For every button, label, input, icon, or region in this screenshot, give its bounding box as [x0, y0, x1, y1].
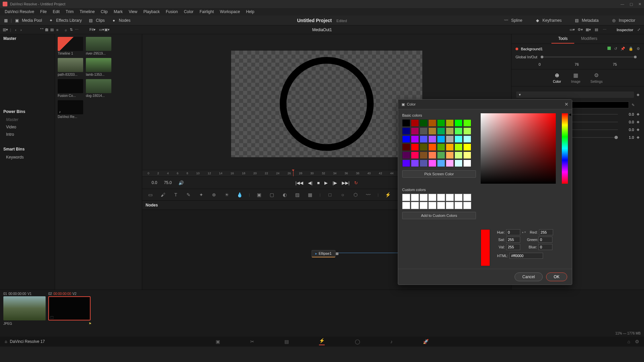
menu-item[interactable]: Edit	[50, 9, 62, 15]
basic-swatch[interactable]	[402, 119, 410, 127]
menu-item[interactable]: Trim	[63, 9, 76, 15]
custom-swatch[interactable]	[420, 202, 428, 209]
bin-item[interactable]: Video	[6, 123, 55, 131]
basic-swatch[interactable]	[428, 143, 436, 151]
basic-swatch[interactable]	[463, 143, 471, 151]
basic-swatch[interactable]	[428, 160, 436, 167]
filter-icon[interactable]: ⋯	[74, 27, 79, 33]
lock-icon[interactable]: 🔒	[629, 47, 633, 51]
basic-swatch[interactable]	[411, 119, 419, 127]
fx-shape-rect-icon[interactable]: □	[327, 191, 333, 198]
menu-item[interactable]: Help	[243, 9, 257, 15]
bin-item[interactable]: Intro	[6, 131, 55, 138]
basic-swatch[interactable]	[463, 152, 471, 159]
inspector-icon[interactable]: ◎	[611, 17, 617, 23]
opt-d-icon[interactable]: ▤	[594, 27, 599, 33]
pick-screen-color-button[interactable]: Pick Screen Color	[402, 170, 476, 178]
tab-modifiers[interactable]: Modifiers	[574, 34, 604, 44]
effects-button[interactable]: Effects Library	[56, 18, 82, 23]
first-frame-icon[interactable]: |◀◀	[296, 180, 303, 185]
basic-swatch[interactable]	[454, 135, 463, 143]
hue-input[interactable]	[506, 229, 520, 235]
basic-swatch[interactable]	[437, 127, 445, 135]
basic-swatch[interactable]	[420, 119, 428, 127]
custom-swatch[interactable]	[428, 202, 436, 209]
basic-swatch[interactable]	[446, 119, 454, 127]
fx-tracker-icon[interactable]: ⊕	[211, 191, 217, 198]
project-settings-icon[interactable]: ⚙	[635, 339, 639, 344]
project-manager-icon[interactable]: ⌂	[628, 339, 630, 344]
expand-icon[interactable]: ⤢	[636, 27, 641, 33]
basic-swatch[interactable]	[446, 127, 454, 135]
basic-swatch[interactable]	[454, 127, 463, 135]
menu-item[interactable]: Workspace	[217, 9, 243, 15]
menu-item[interactable]: Mark	[111, 9, 125, 15]
basic-swatch[interactable]	[463, 119, 471, 127]
media-thumb[interactable]: Fusion Co...	[58, 79, 83, 98]
grid2-icon[interactable]: ▤	[49, 27, 55, 33]
opt-a-icon[interactable]: ▭▾	[570, 27, 575, 33]
fusion-page-icon[interactable]: ⚡	[319, 338, 325, 345]
basic-swatch[interactable]	[402, 127, 410, 135]
custom-swatch[interactable]	[454, 194, 463, 201]
basic-swatch[interactable]	[420, 143, 428, 151]
basic-swatch[interactable]	[446, 160, 454, 167]
basic-swatch[interactable]	[437, 119, 445, 127]
fx-channel-icon[interactable]: ▦	[307, 191, 314, 198]
fx-brush-icon[interactable]: ✎	[185, 191, 192, 198]
cut-page-icon[interactable]: ✂	[250, 339, 254, 344]
fx-light-icon[interactable]: ☀	[223, 191, 230, 198]
custom-swatch[interactable]	[437, 202, 445, 209]
basic-swatch[interactable]	[446, 152, 454, 159]
html-input[interactable]	[509, 253, 543, 259]
audio-icon[interactable]: 🔊	[178, 180, 184, 185]
custom-swatch[interactable]	[411, 194, 419, 201]
nodes-icon[interactable]: ●	[111, 17, 117, 23]
playhead[interactable]	[293, 170, 293, 176]
fx-wand-icon[interactable]: ⚡	[385, 191, 391, 198]
tab-tools[interactable]: Tools	[551, 34, 574, 44]
type-selector[interactable]: ▾	[516, 92, 634, 98]
custom-swatch[interactable]	[446, 194, 454, 201]
clips-button[interactable]: Clips	[96, 18, 105, 23]
version-icon[interactable]	[607, 47, 611, 50]
fx-bspline-icon[interactable]: 〰	[365, 191, 372, 198]
power-bins-header[interactable]: Power Bins	[0, 107, 55, 116]
global-range-slider[interactable]	[541, 57, 637, 57]
sat-input[interactable]	[506, 237, 520, 243]
media-thumb[interactable]: Timeline 1	[58, 37, 83, 55]
spline-icon[interactable]: 〰	[503, 17, 509, 23]
basic-swatch[interactable]	[446, 143, 454, 151]
enabled-dot-icon[interactable]	[516, 48, 518, 50]
hue-indicator-icon[interactable]: ◀	[569, 113, 571, 116]
basic-swatch[interactable]	[411, 160, 419, 167]
custom-swatch[interactable]	[402, 194, 410, 201]
media-page-icon[interactable]: ▣	[216, 339, 220, 344]
fx-shape-poly-icon[interactable]: ⬡	[352, 191, 359, 198]
edit-page-icon[interactable]: ▤	[284, 339, 289, 344]
loop-icon[interactable]: ↻	[354, 180, 358, 185]
custom-swatch[interactable]	[446, 202, 454, 209]
menu-item[interactable]: Fusion	[163, 9, 180, 15]
menu-item[interactable]: File	[38, 9, 49, 15]
basic-swatch[interactable]	[454, 119, 463, 127]
fwd-icon[interactable]: ›	[18, 27, 24, 33]
fit-selector[interactable]: Fit▾	[90, 27, 96, 32]
subtab-color[interactable]: ⊕Color	[553, 72, 561, 83]
reset-icon[interactable]: ↺	[614, 47, 617, 51]
opt-c-icon[interactable]: ▦▾	[586, 27, 591, 33]
menu-item[interactable]: Color	[181, 9, 196, 15]
ok-button[interactable]: OK	[546, 273, 567, 281]
media-thumb[interactable]: river-29519...	[86, 37, 111, 55]
fx-matte-icon[interactable]: ▨	[294, 191, 301, 198]
search-icon[interactable]: ⌕	[63, 27, 69, 33]
keyframes-button[interactable]: Keyframes	[542, 18, 561, 23]
menu-item[interactable]: Timeline	[77, 9, 97, 15]
sv-picker[interactable]	[481, 113, 556, 184]
metadata-button[interactable]: Metadata	[582, 18, 599, 23]
global-in[interactable]: 0	[539, 62, 541, 66]
opt-e-icon[interactable]: ⋯	[602, 27, 607, 33]
color-page-icon[interactable]: ◯	[355, 339, 360, 344]
sort-icon[interactable]: ⇅	[69, 27, 74, 33]
view-opt-icon[interactable]: ▭▾	[99, 27, 104, 33]
